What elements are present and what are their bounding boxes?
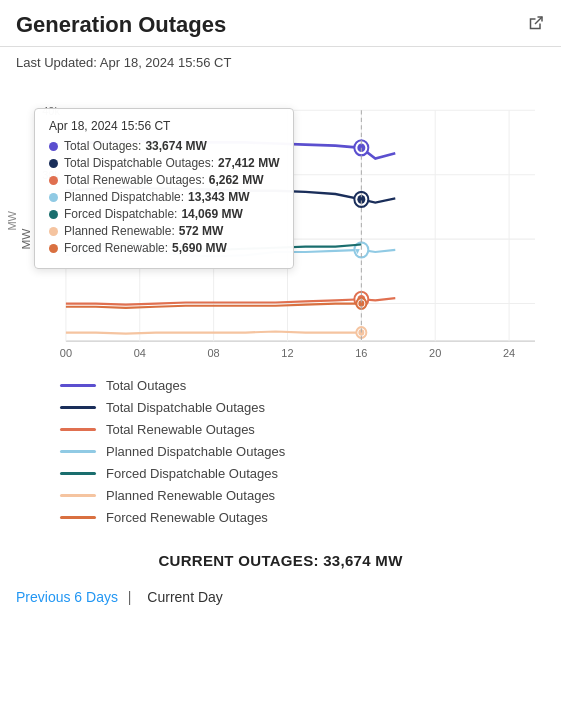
tooltip-value: 33,674 MW: [145, 139, 206, 153]
svg-text:16: 16: [355, 347, 367, 359]
legend-line: [60, 406, 96, 409]
tooltip-dot: [49, 176, 58, 185]
tooltip-dot: [49, 142, 58, 151]
svg-text:04: 04: [134, 347, 146, 359]
tooltip-row: Total Dispatchable Outages: 27,412 MW: [49, 156, 279, 170]
tooltip-value: 5,690 MW: [172, 241, 227, 255]
svg-text:08: 08: [208, 347, 220, 359]
tooltip-label: Planned Dispatchable:: [64, 190, 184, 204]
legend-item: Planned Dispatchable Outages: [60, 444, 545, 459]
tooltip-label: Total Dispatchable Outages:: [64, 156, 214, 170]
tooltip-value: 27,412 MW: [218, 156, 279, 170]
tooltip-value: 14,069 MW: [181, 207, 242, 221]
legend-line: [60, 494, 96, 497]
tooltip-row: Total Outages: 33,674 MW: [49, 139, 279, 153]
legend-label: Forced Renewable Outages: [106, 510, 268, 525]
legend-label: Total Renewable Outages: [106, 422, 255, 437]
page-title: Generation Outages: [16, 12, 226, 38]
legend-area: Total Outages Total Dispatchable Outages…: [0, 368, 561, 538]
legend-label: Planned Renewable Outages: [106, 488, 275, 503]
tooltip-value: 6,262 MW: [209, 173, 264, 187]
tooltip-label: Planned Renewable:: [64, 224, 175, 238]
svg-text:24: 24: [503, 347, 515, 359]
legend-item: Total Renewable Outages: [60, 422, 545, 437]
current-day-label: Current Day: [147, 589, 222, 605]
chart-area: MW 40k 30k MW 00 04 08 12 16 20 24: [0, 78, 561, 368]
page-header: Generation Outages: [0, 0, 561, 47]
legend-item: Forced Dispatchable Outages: [60, 466, 545, 481]
bottom-nav: Previous 6 Days | Current Day: [0, 579, 561, 615]
svg-text:00: 00: [60, 347, 72, 359]
tooltip-dot: [49, 193, 58, 202]
legend-item: Forced Renewable Outages: [60, 510, 545, 525]
tooltip-value: 13,343 MW: [188, 190, 249, 204]
legend-item: Total Dispatchable Outages: [60, 400, 545, 415]
svg-line-0: [535, 17, 542, 24]
legend-line: [60, 472, 96, 475]
svg-text:▼: ▼: [353, 246, 361, 256]
tooltip-dot: [49, 244, 58, 253]
svg-text:MW: MW: [20, 228, 32, 249]
tooltip-row: Planned Renewable: 572 MW: [49, 224, 279, 238]
tooltip-row: Forced Renewable: 5,690 MW: [49, 241, 279, 255]
y-axis-mw-label: MW: [6, 211, 18, 231]
tooltip-row: Total Renewable Outages: 6,262 MW: [49, 173, 279, 187]
svg-text:20: 20: [429, 347, 441, 359]
nav-separator: |: [128, 589, 132, 605]
previous-days-link[interactable]: Previous 6 Days: [16, 589, 118, 605]
tooltip-dot: [49, 210, 58, 219]
legend-item: Planned Renewable Outages: [60, 488, 545, 503]
tooltip-value: 572 MW: [179, 224, 224, 238]
tooltip-label: Total Renewable Outages:: [64, 173, 205, 187]
last-updated: Last Updated: Apr 18, 2024 15:56 CT: [0, 47, 561, 78]
tooltip-label: Forced Renewable:: [64, 241, 168, 255]
legend-label: Planned Dispatchable Outages: [106, 444, 285, 459]
legend-label: Total Outages: [106, 378, 186, 393]
tooltip-row: Forced Dispatchable: 14,069 MW: [49, 207, 279, 221]
tooltip-row: Planned Dispatchable: 13,343 MW: [49, 190, 279, 204]
external-link-icon[interactable]: [527, 14, 545, 36]
legend-label: Forced Dispatchable Outages: [106, 466, 278, 481]
tooltip-dot: [49, 227, 58, 236]
svg-text:12: 12: [281, 347, 293, 359]
legend-line: [60, 450, 96, 453]
legend-item: Total Outages: [60, 378, 545, 393]
tooltip-label: Forced Dispatchable:: [64, 207, 177, 221]
tooltip: Apr 18, 2024 15:56 CT Total Outages: 33,…: [34, 108, 294, 269]
tooltip-date: Apr 18, 2024 15:56 CT: [49, 119, 279, 133]
current-outages: CURRENT OUTAGES: 33,674 MW: [0, 538, 561, 579]
legend-line: [60, 384, 96, 387]
legend-label: Total Dispatchable Outages: [106, 400, 265, 415]
tooltip-dot: [49, 159, 58, 168]
tooltip-label: Total Outages:: [64, 139, 141, 153]
legend-line: [60, 516, 96, 519]
legend-line: [60, 428, 96, 431]
